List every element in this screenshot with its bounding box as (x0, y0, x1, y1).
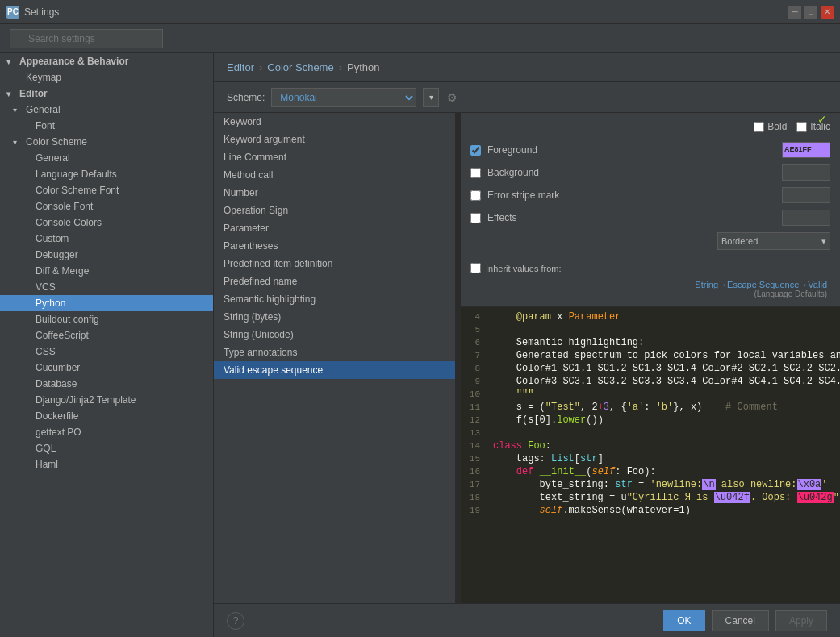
sidebar-item-label: Django/Jinja2 Template (36, 394, 136, 406)
token-line-comment[interactable]: Line Comment (214, 148, 455, 166)
sidebar-item-label: Dockerfile (36, 410, 78, 422)
token-keyword-arg[interactable]: Keyword argument (214, 131, 455, 148)
code-line-12: 12 f(s[0].lower()) (461, 414, 840, 427)
sidebar-item-css[interactable]: CSS (0, 343, 213, 360)
line-content-8: Color#1 SC1.1 SC1.2 SC1.3 SC1.4 Color#2 … (487, 362, 840, 375)
sidebar-item-appearance[interactable]: ▾ Appearance & Behavior (0, 53, 213, 69)
cancel-button[interactable]: Cancel (712, 610, 769, 631)
error-stripe-row: Error stripe mark (470, 187, 830, 203)
sidebar-item-coffeescript[interactable]: CoffeeScript (0, 327, 213, 343)
ok-button[interactable]: OK (663, 610, 704, 631)
token-predefined-name[interactable]: Predefined name (214, 273, 455, 290)
sidebar-item-editor[interactable]: ▾ Editor (0, 85, 213, 102)
bold-checkbox[interactable] (754, 122, 764, 132)
scheme-bar: Scheme: Monokai ▾ ⚙ (214, 82, 840, 113)
sidebar-item-color-scheme[interactable]: ▾ Color Scheme (0, 134, 213, 150)
scheme-label: Scheme: (227, 92, 265, 103)
background-checkbox[interactable] (470, 168, 481, 178)
italic-checkbox[interactable] (796, 122, 807, 132)
scheme-dropdown-button[interactable]: ▾ (423, 88, 439, 107)
apply-button[interactable]: Apply (775, 610, 827, 631)
sidebar-item-custom[interactable]: Custom (0, 231, 213, 247)
effects-dropdown[interactable]: Bordered ▾ (717, 232, 830, 250)
code-line-9: 9 Color#3 SC3.1 SC3.2 SC3.3 SC3.4 Color#… (461, 375, 840, 388)
foreground-checkbox[interactable] (470, 145, 481, 156)
token-type-annotations[interactable]: Type annotations (214, 343, 455, 361)
token-predefined-def[interactable]: Predefined item definition (214, 255, 455, 273)
sidebar-item-label: CSS (36, 346, 56, 357)
sidebar-item-lang-defaults[interactable]: Language Defaults (0, 166, 213, 182)
token-parentheses[interactable]: Parentheses (214, 237, 455, 255)
bottom-bar: ? OK Cancel Apply (214, 603, 840, 637)
sidebar-item-keymap[interactable]: Keymap (0, 69, 213, 85)
code-line-19: 19 self.makeSense(whatever=1) (461, 504, 840, 517)
effects-checkbox[interactable] (470, 213, 481, 223)
error-stripe-checkbox[interactable] (470, 190, 481, 201)
token-string-bytes[interactable]: String (bytes) (214, 308, 455, 326)
code-line-10: 10 """ (461, 388, 840, 401)
background-color-swatch[interactable] (782, 164, 830, 181)
validation-checkmark: ✓ (817, 113, 827, 126)
token-valid-escape[interactable]: Valid escape sequence (214, 361, 455, 379)
editor-area: Keyword Keyword argument Line Comment Me… (214, 113, 840, 603)
token-number[interactable]: Number (214, 184, 455, 202)
sidebar-item-vcs[interactable]: VCS (0, 279, 213, 295)
sidebar-item-cucumber[interactable]: Cucumber (0, 360, 213, 376)
sidebar-item-label: gettext PO (36, 427, 81, 438)
help-button[interactable]: ? (227, 612, 244, 630)
line-num-4: 4 (461, 310, 487, 323)
inherit-checkbox[interactable] (470, 263, 481, 273)
sidebar-item-general[interactable]: ▾ General (0, 102, 213, 118)
code-line-18: 18 text_string = u"Cyrillic Я is \u042f.… (461, 491, 840, 504)
error-stripe-color-swatch[interactable] (782, 187, 830, 203)
line-content-15: tags: List[str] (487, 452, 604, 465)
token-operation-sign[interactable]: Operation Sign (214, 202, 455, 219)
sidebar-item-cs-font[interactable]: Color Scheme Font (0, 182, 213, 198)
foreground-color-swatch[interactable]: AE81FF (782, 142, 830, 158)
sidebar-item-label: General (26, 104, 61, 115)
breadcrumb-color-scheme[interactable]: Color Scheme (267, 61, 333, 73)
sidebar-item-haml[interactable]: Haml (0, 456, 213, 473)
inherit-link[interactable]: String→Escape Sequence→Valid (695, 280, 827, 289)
line-num-17: 17 (461, 478, 487, 491)
sidebar-item-label: Buildout config (36, 314, 99, 325)
token-list: Keyword Keyword argument Line Comment Me… (214, 113, 456, 603)
token-parameter[interactable]: Parameter (214, 219, 455, 237)
sidebar-item-console-font[interactable]: Console Font (0, 198, 213, 214)
sidebar-item-debugger[interactable]: Debugger (0, 247, 213, 263)
expand-icon: ▾ (13, 138, 23, 147)
sidebar-item-buildout[interactable]: Buildout config (0, 311, 213, 327)
sidebar-item-gql[interactable]: GQL (0, 440, 213, 456)
token-method-call[interactable]: Method call (214, 166, 455, 184)
close-button[interactable]: ✕ (821, 6, 834, 19)
effects-color-swatch[interactable] (782, 210, 830, 226)
sidebar-item-diff-merge[interactable]: Diff & Merge (0, 263, 213, 279)
scheme-gear-button[interactable]: ⚙ (445, 90, 459, 106)
sidebar-item-gettext[interactable]: gettext PO (0, 424, 213, 440)
code-preview: 4 @param x Parameter 5 6 Semantic highli… (461, 307, 840, 603)
expand-icon: ▾ (13, 106, 23, 114)
token-keyword[interactable]: Keyword (214, 113, 455, 131)
line-content-17: byte_string: str = 'newline:\n also newl… (487, 478, 828, 491)
line-num-10: 10 (461, 388, 487, 401)
sidebar-item-cs-general[interactable]: General (0, 150, 213, 166)
maximize-button[interactable]: □ (804, 6, 817, 19)
breadcrumb-sep1: › (259, 61, 262, 73)
line-content-16: def __init__(self: Foo): (487, 465, 656, 478)
sidebar-item-label: Database (36, 378, 77, 389)
sidebar-item-console-colors[interactable]: Console Colors (0, 214, 213, 231)
token-semantic[interactable]: Semantic highlighting (214, 290, 455, 308)
scheme-select[interactable]: Monokai (271, 88, 416, 107)
sidebar-item-font[interactable]: Font (0, 118, 213, 134)
breadcrumb-editor[interactable]: Editor (227, 61, 254, 73)
sidebar-item-database[interactable]: Database (0, 376, 213, 392)
minimize-button[interactable]: ─ (788, 6, 801, 19)
token-string-unicode[interactable]: String (Unicode) (214, 326, 455, 343)
search-input[interactable] (10, 29, 163, 48)
sidebar-item-django[interactable]: Django/Jinja2 Template (0, 392, 213, 408)
sidebar-item-label: Custom (36, 233, 69, 244)
line-num-5: 5 (461, 323, 487, 336)
sidebar-item-python[interactable]: Python (0, 295, 213, 311)
sidebar-item-dockerfile[interactable]: Dockerfile (0, 408, 213, 424)
background-row: Background (470, 164, 830, 181)
